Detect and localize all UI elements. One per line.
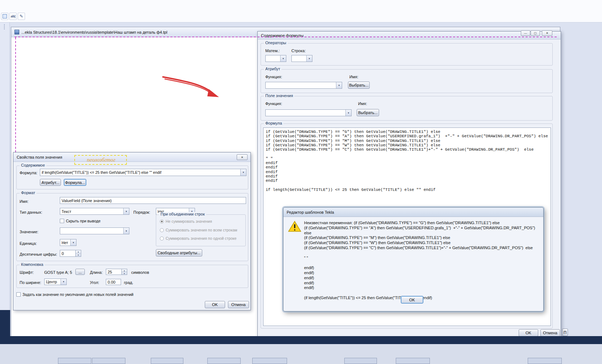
length-units-label: символов: [131, 270, 149, 275]
attribute-group-title: Атрибут: [264, 67, 282, 71]
font-browse-button[interactable]: ...: [75, 269, 85, 275]
width-value: Центр: [46, 280, 57, 284]
hide-on-output-checkbox[interactable]: Скрыть при выводе: [60, 219, 100, 223]
warning-icon: [288, 221, 301, 232]
close-button[interactable]: ✕: [542, 30, 552, 36]
chevron-down-icon[interactable]: ▼: [306, 55, 312, 62]
math-operator-combobox[interactable]: ▼: [265, 55, 286, 62]
decimals-field[interactable]: 0: [60, 250, 76, 257]
free-attributes-label: Свободные атрибуты...: [158, 251, 200, 255]
name-field[interactable]: ValueField (Поле значения): [60, 197, 246, 204]
taskbar-item[interactable]: [344, 358, 377, 364]
angle-units-label: град.: [124, 280, 133, 285]
value-field-properties-dialog: Свойства поля значения ✕ Содержимое Форм…: [13, 152, 251, 310]
set-default-checkbox[interactable]: Задать как значение по умолчанию для нов…: [16, 292, 133, 297]
spin-down-icon[interactable]: ▼: [76, 254, 81, 256]
tekla-alert-dialog: Редактор шаблонов Tekla Неизвестная пере…: [283, 207, 544, 311]
partial-button[interactable]: П: [562, 329, 568, 336]
properties-cancel-button[interactable]: Отмена: [228, 301, 249, 308]
layout-group: Компоновка Шрифт: GOST type A; 5 ... Дли…: [16, 265, 248, 288]
toolbar-button-textfield[interactable]: ab|: [9, 13, 17, 20]
properties-close-button[interactable]: ✕: [237, 154, 248, 160]
format-group-title: Формат: [20, 191, 37, 195]
formula-dialog-titlebar[interactable]: Содержимое формулы: [258, 32, 561, 39]
taskbar-item[interactable]: [528, 358, 562, 364]
radio-no-sum[interactable]: Не суммировать значения: [160, 219, 212, 223]
vf-function-label: Функция:: [265, 101, 282, 106]
spin-up-icon[interactable]: ▲: [76, 250, 81, 254]
datatype-combobox[interactable]: Текст ▼: [60, 208, 129, 215]
alert-message: Неизвестная переменная: (if (GetValue("D…: [304, 221, 540, 301]
operators-group: Операторы Матем.: Строка: ▼ ▼: [261, 43, 553, 66]
attr-function-combobox[interactable]: ▼: [265, 82, 342, 89]
chevron-down-icon[interactable]: ▼: [240, 169, 246, 176]
taskbar-item[interactable]: [207, 358, 241, 364]
chevron-down-icon[interactable]: ▼: [61, 279, 66, 285]
set-default-label: Задать как значение по умолчанию для нов…: [22, 292, 133, 297]
maximize-button[interactable]: ▢: [531, 30, 540, 36]
chevron-down-icon[interactable]: ▼: [345, 110, 351, 116]
width-combobox[interactable]: Центр ▼: [44, 279, 67, 285]
toolbar-button-template[interactable]: [1, 13, 8, 20]
radio-sum-all-rows[interactable]: Суммировать значения по всем строкам: [160, 228, 237, 232]
formula-cancel-button[interactable]: Отмена: [540, 329, 560, 336]
formula-combobox-value: if length(GetValue("TITLE")) <= 25 then …: [42, 170, 161, 175]
string-operator-combobox[interactable]: ▼: [291, 55, 312, 62]
angle-field[interactable]: 0.00: [106, 279, 121, 285]
operators-group-title: Операторы: [264, 41, 288, 45]
chevron-down-icon[interactable]: ▼: [70, 239, 76, 246]
length-stepper[interactable]: ▲ ▼: [122, 269, 127, 275]
taskbar-item[interactable]: [252, 358, 287, 364]
datatype-value: Текст: [62, 209, 71, 214]
decimals-stepper[interactable]: ▲ ▼: [76, 250, 81, 257]
vf-select-button[interactable]: Выбрать...: [357, 109, 379, 116]
close-icon: ✕: [546, 32, 548, 35]
alert-titlebar[interactable]: Редактор шаблонов Tekla: [283, 208, 543, 217]
formula-ok-button[interactable]: OK: [519, 329, 538, 336]
spin-up-icon[interactable]: ▲: [122, 269, 127, 272]
taskbar-item[interactable]: [92, 358, 125, 364]
unit-combobox[interactable]: Нет ▼: [60, 239, 76, 246]
attr-select-button[interactable]: Выбрать...: [348, 81, 370, 89]
screen: ab| ✎ ...ekla Structures\18.1\environmen…: [0, 0, 602, 364]
font-value: GOST type A; 5: [44, 270, 72, 275]
radio-icon: [160, 237, 164, 240]
value-combobox[interactable]: ▼: [60, 227, 129, 234]
selection-dash-vertical: [15, 37, 16, 152]
vf-function-combobox[interactable]: ▼: [265, 109, 352, 116]
formula-button[interactable]: Формула...: [64, 179, 86, 186]
template-icon: [3, 14, 7, 18]
taskbar-item[interactable]: [58, 358, 91, 364]
length-field[interactable]: 25: [106, 269, 122, 275]
chevron-down-icon[interactable]: ▼: [336, 82, 342, 88]
spin-down-icon[interactable]: ▼: [122, 272, 127, 275]
minimize-button[interactable]: —: [521, 30, 530, 36]
alert-ok-button[interactable]: OK: [401, 296, 423, 304]
properties-dialog-titlebar[interactable]: Свойства поля значения: [13, 152, 250, 162]
chevron-down-icon[interactable]: ▼: [123, 228, 129, 234]
formula-label: Формула:: [20, 171, 37, 175]
content-group: Содержимое Формула: if length(GetValue("…: [16, 166, 248, 189]
left-toolbar: [0, 22, 10, 310]
angle-label: Угол:: [90, 280, 99, 285]
formula-combobox[interactable]: if length(GetValue("TITLE")) <= 25 then …: [40, 169, 246, 176]
taskbar-item[interactable]: [151, 358, 183, 364]
hide-on-output-label: Скрыть при выводе: [66, 219, 100, 223]
cancel-label: Отмена: [231, 302, 245, 307]
taskbar-item[interactable]: [396, 358, 430, 364]
chevron-down-icon[interactable]: ▼: [123, 208, 129, 214]
toolbar-grip[interactable]: [4, 24, 5, 29]
radio-sum-one-row[interactable]: Суммировать значения по одной строке: [160, 236, 237, 240]
formula-button-label: Формула...: [65, 180, 85, 185]
attribute-button-label: Атрибут...: [42, 180, 59, 185]
properties-ok-button[interactable]: OK: [205, 301, 225, 308]
free-attributes-button[interactable]: Свободные атрибуты...: [156, 249, 202, 256]
attr-select-label: Выбрать...: [349, 83, 368, 87]
string-label: Строка:: [291, 49, 306, 53]
toolbar-button-edit[interactable]: ✎: [18, 13, 25, 20]
chevron-down-icon[interactable]: ▼: [280, 55, 286, 62]
attribute-button[interactable]: Атрибут...: [40, 179, 61, 186]
layout-group-title: Компоновка: [20, 262, 45, 267]
order-label: Порядок:: [133, 210, 150, 214]
angle-value: 0.00: [108, 280, 115, 284]
